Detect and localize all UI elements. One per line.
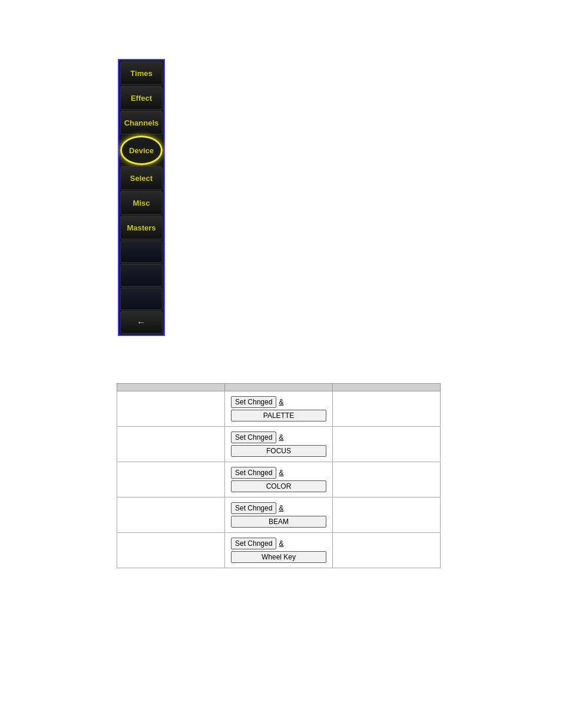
- row5-set-chnged-btn[interactable]: Set Chnged: [231, 538, 276, 549]
- row5-col2: Set Chnged & Wheel Key: [225, 533, 333, 568]
- row5-wheelkey-btn[interactable]: Wheel Key: [231, 551, 326, 563]
- row1-col3: [333, 391, 441, 427]
- row1-ampersand: &: [279, 398, 283, 406]
- row4-col1: [117, 498, 225, 533]
- sidebar-btn-empty1: [120, 241, 163, 263]
- row2-btn-row: Set Chnged &: [231, 431, 326, 443]
- col-header-3: [333, 384, 441, 391]
- table-container: Set Chnged & PALETTE Set Chnged &: [117, 383, 441, 568]
- table-row: Set Chnged & BEAM: [117, 498, 441, 533]
- sidebar: Times Effect Channels Device Select Misc…: [118, 59, 165, 336]
- row2-set-chnged-btn[interactable]: Set Chnged: [231, 431, 276, 443]
- row2-col1: [117, 427, 225, 462]
- row1-set-chnged-btn[interactable]: Set Chnged: [231, 396, 276, 408]
- row2-col2: Set Chnged & FOCUS: [225, 427, 333, 462]
- sidebar-btn-effect[interactable]: Effect: [120, 86, 163, 110]
- row2-ampersand: &: [279, 433, 283, 442]
- sidebar-btn-empty3: [120, 288, 163, 310]
- main-table: Set Chnged & PALETTE Set Chnged &: [117, 383, 441, 568]
- row5-cell-content: Set Chnged & Wheel Key: [231, 538, 326, 563]
- row3-col1: [117, 462, 225, 498]
- row2-cell-content: Set Chnged & FOCUS: [231, 431, 326, 457]
- row4-set-chnged-btn[interactable]: Set Chnged: [231, 502, 276, 514]
- row4-col2: Set Chnged & BEAM: [225, 498, 333, 533]
- col-header-1: [117, 384, 225, 391]
- row1-palette-btn[interactable]: PALETTE: [231, 410, 326, 421]
- row2-focus-btn[interactable]: FOCUS: [231, 445, 326, 457]
- sidebar-btn-device[interactable]: Device: [120, 136, 163, 165]
- row3-set-chnged-btn[interactable]: Set Chnged: [231, 467, 276, 479]
- table-row: Set Chnged & PALETTE: [117, 391, 441, 427]
- table-row: Set Chnged & FOCUS: [117, 427, 441, 462]
- row3-ampersand: &: [279, 469, 283, 477]
- sidebar-btn-masters[interactable]: Masters: [120, 216, 163, 239]
- sidebar-btn-empty2: [120, 264, 163, 286]
- row3-btn-row: Set Chnged &: [231, 467, 326, 479]
- sidebar-btn-select[interactable]: Select: [120, 166, 163, 190]
- sidebar-btn-times[interactable]: Times: [120, 61, 163, 85]
- row4-btn-row: Set Chnged &: [231, 502, 326, 514]
- row4-beam-btn[interactable]: BEAM: [231, 516, 326, 528]
- row4-col3: [333, 498, 441, 533]
- row2-col3: [333, 427, 441, 462]
- row1-btn-row: Set Chnged &: [231, 396, 326, 408]
- sidebar-btn-back[interactable]: ←: [120, 311, 163, 334]
- row1-col1: [117, 391, 225, 427]
- row4-cell-content: Set Chnged & BEAM: [231, 502, 326, 528]
- row3-col2: Set Chnged & COLOR: [225, 462, 333, 498]
- row3-color-btn[interactable]: COLOR: [231, 480, 326, 492]
- row5-col1: [117, 533, 225, 568]
- sidebar-btn-channels[interactable]: Channels: [120, 111, 163, 134]
- row3-cell-content: Set Chnged & COLOR: [231, 467, 326, 492]
- row5-btn-row: Set Chnged &: [231, 538, 326, 549]
- row5-ampersand: &: [279, 539, 283, 548]
- row5-col3: [333, 533, 441, 568]
- row4-ampersand: &: [279, 504, 283, 512]
- table-row: Set Chnged & Wheel Key: [117, 533, 441, 568]
- row3-col3: [333, 462, 441, 498]
- col-header-2: [225, 384, 333, 391]
- row1-col2: Set Chnged & PALETTE: [225, 391, 333, 427]
- sidebar-btn-misc[interactable]: Misc: [120, 191, 163, 215]
- table-row: Set Chnged & COLOR: [117, 462, 441, 498]
- row1-cell-content: Set Chnged & PALETTE: [231, 396, 326, 421]
